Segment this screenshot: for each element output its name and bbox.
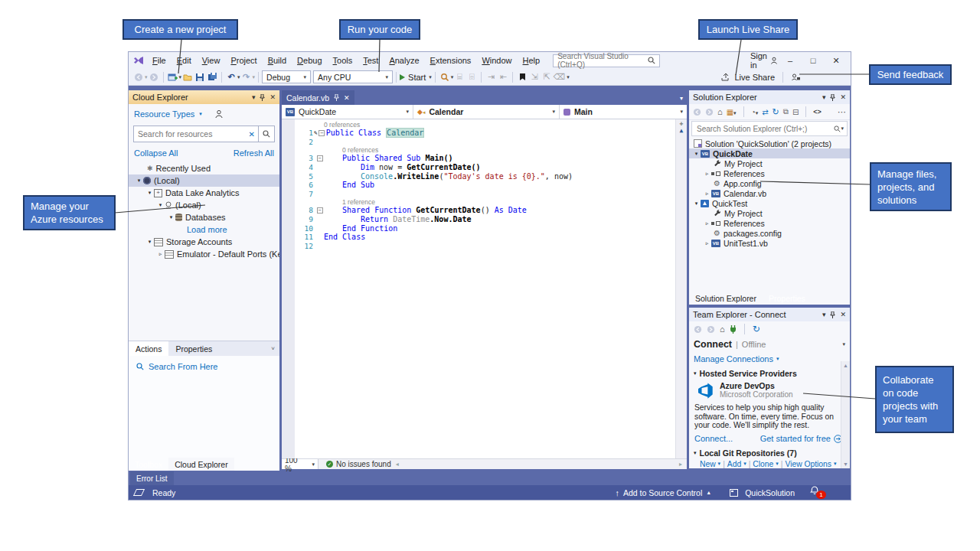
document-list-icon[interactable]: ▾ (680, 95, 687, 105)
notifications-button[interactable]: 1 (810, 486, 826, 499)
redo-dropdown-icon[interactable]: ▾ (253, 74, 256, 80)
menu-extensions[interactable]: Extensions (425, 56, 477, 65)
clear-bookmarks-icon[interactable]: ⌫ (553, 71, 565, 83)
resource-search-input[interactable] (134, 129, 246, 139)
tree-item-unittest1-vb[interactable]: ▹ VB UnitTest1.vb (689, 238, 850, 248)
live-share-button[interactable]: Live Share (734, 73, 775, 82)
close-icon[interactable]: ✕ (840, 93, 846, 101)
hosted-providers-header[interactable]: ▾ Hosted Service Providers (689, 367, 850, 380)
refresh-icon[interactable]: ↻ (773, 107, 779, 117)
refresh-icon[interactable]: ↻ (753, 324, 760, 334)
more-options-icon[interactable]: ⋯ (838, 107, 846, 117)
tree-item-references[interactable]: ▹ References (689, 168, 850, 178)
horizontal-scrollbar[interactable]: ◂▸ (391, 461, 687, 468)
find-in-files-icon[interactable] (439, 71, 451, 83)
expander-icon[interactable]: ▾ (145, 190, 154, 196)
tree-item-my-project[interactable]: My Project (689, 158, 850, 168)
expander-icon[interactable]: ▾ (692, 151, 701, 157)
fold-collapse-icon[interactable]: − (315, 207, 324, 214)
tab-properties[interactable]: Properties (168, 341, 219, 356)
menu-window[interactable]: Window (476, 56, 517, 65)
close-icon[interactable]: ✕ (840, 311, 846, 318)
outdent-icon[interactable]: ⇤ (497, 71, 509, 83)
manage-connections-link[interactable]: Manage Connections (694, 354, 773, 364)
bookmark-icon[interactable] (516, 71, 528, 83)
undo-icon[interactable]: ↶ (225, 71, 237, 83)
search-icon[interactable] (834, 126, 841, 132)
solution-search-input[interactable] (695, 124, 834, 134)
scroll-up-icon[interactable]: ▲ (843, 363, 848, 368)
home-icon[interactable]: ⌂ (720, 324, 725, 334)
start-debugging-button[interactable]: Start ▾ (400, 73, 432, 82)
collapse-all-link[interactable]: Collapse All (134, 148, 178, 158)
document-tab-calendar[interactable]: Calendar.vb ✕ (282, 90, 354, 105)
menu-build[interactable]: Build (263, 56, 292, 65)
connect-plug-icon[interactable] (730, 325, 737, 334)
tree-item-my-project-2[interactable]: My Project (689, 208, 850, 218)
tab-error-list[interactable]: Error List (130, 471, 174, 485)
tree-item-packages-config[interactable]: ⚙ packages.config (689, 228, 850, 238)
tree-item-databases[interactable]: ▾ Databases (129, 211, 279, 223)
issues-status[interactable]: No issues found (336, 460, 391, 468)
fold-collapse-icon[interactable]: − (318, 130, 326, 136)
navigate-forward-icon[interactable] (148, 71, 160, 83)
member-dropdown[interactable]: Main ▾ (560, 105, 687, 119)
expander-icon[interactable]: ▾ (167, 214, 175, 220)
solution-name-button[interactable]: QuickSolution (745, 488, 795, 497)
tab-solution-explorer[interactable]: Solution Explorer (689, 292, 763, 305)
refresh-all-link[interactable]: Refresh All (234, 148, 274, 158)
nest-files-icon[interactable]: ⧉ (783, 107, 789, 116)
navigate-back-icon[interactable] (132, 71, 145, 83)
prev-bookmark-icon[interactable]: ⇱ (541, 71, 553, 83)
scroll-left-icon[interactable]: ◂ (396, 461, 399, 468)
sync-with-active-document-icon[interactable]: ⇄ (762, 108, 768, 116)
team-explorer-header[interactable]: Team Explorer - Connect ▾ ✕ (689, 308, 850, 321)
search-icon[interactable] (258, 126, 274, 142)
tree-item-app-config[interactable]: ⚙ App.config (689, 178, 850, 188)
vertical-scrollbar[interactable]: ✛ ▲ (675, 119, 687, 458)
git-add-link[interactable]: Add (727, 460, 741, 468)
search-icon[interactable] (648, 57, 655, 64)
resource-search-box[interactable]: ✕ (133, 126, 275, 142)
view-code-icon[interactable]: <> (813, 108, 822, 116)
menu-tools[interactable]: Tools (328, 56, 358, 65)
search-from-here-link[interactable]: Search From Here (149, 362, 217, 371)
menu-view[interactable]: View (197, 56, 226, 65)
tree-item-calendar-vb[interactable]: ▹ VB Calendar.vb (689, 188, 850, 198)
codelens-references[interactable]: 0 references (324, 146, 378, 154)
git-clone-link[interactable]: Clone (753, 460, 773, 468)
pin-icon[interactable] (830, 94, 835, 101)
tree-item-data-lake[interactable]: ▾ + Data Lake Analytics (129, 187, 279, 199)
new-project-icon[interactable] (167, 71, 179, 83)
expander-icon[interactable]: ▹ (703, 171, 711, 177)
splitter-icon[interactable]: ✛ (680, 119, 684, 127)
git-view-options-link[interactable]: View Options (785, 460, 831, 468)
add-to-source-control-button[interactable]: Add to Source Control (623, 488, 702, 497)
collapse-all-icon[interactable]: ⊟ (792, 108, 799, 116)
resource-types-dropdown[interactable]: Resource Types (134, 109, 194, 119)
project-dropdown[interactable]: VB QuickDate ▾ (282, 105, 413, 119)
sign-in-button[interactable]: Sign in (750, 51, 779, 70)
section-expander-icon[interactable]: ▾ (694, 450, 697, 456)
solution-configurations-dropdown[interactable]: Debug▾ (262, 70, 311, 83)
uncomment-icon[interactable]: ⌹ (466, 71, 478, 83)
tree-item-local[interactable]: ▾ (Local) (129, 174, 279, 187)
forward-icon[interactable] (705, 108, 714, 116)
expander-icon[interactable]: ▹ (703, 240, 711, 246)
tree-item-quicktest[interactable]: ▾ QuickTest (689, 198, 850, 208)
expander-icon[interactable]: ▾ (692, 201, 701, 207)
connect-link[interactable]: Connect... (694, 434, 733, 443)
quick-search-box[interactable]: Search Visual Studio (Ctrl+Q) (553, 54, 660, 67)
menu-test[interactable]: Test (358, 56, 384, 65)
fold-collapse-icon[interactable]: − (315, 155, 324, 161)
solution-explorer-header[interactable]: Solution Explorer ▾ ✕ (689, 90, 850, 104)
menu-analyze[interactable]: Analyze (384, 56, 424, 65)
code-editor[interactable]: ✛ ▲ 0 references 1 ✎ − Public Class Cale… (282, 119, 687, 458)
forward-icon[interactable] (707, 325, 715, 334)
back-icon[interactable] (693, 108, 701, 116)
menu-debug[interactable]: Debug (292, 56, 327, 65)
tree-item-load-more[interactable]: Load more (129, 223, 279, 236)
save-all-icon[interactable] (206, 71, 218, 83)
cloud-explorer-header[interactable]: Cloud Explorer ▾ ✕ (129, 90, 279, 104)
page-dropdown-icon[interactable]: ▾ (842, 341, 845, 347)
